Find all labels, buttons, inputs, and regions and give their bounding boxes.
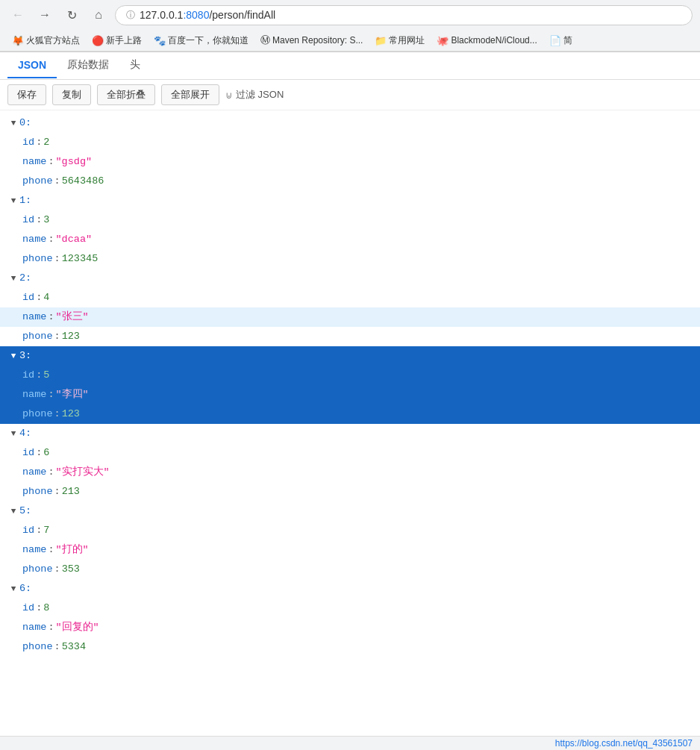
bookmark-label: 火狐官方站点 (26, 34, 80, 47)
json-value-name: "打的" (56, 542, 89, 559)
expand-all-button[interactable]: 全部展开 (161, 84, 219, 105)
json-phone-row: phone: 123345 (0, 249, 700, 269)
json-index-row[interactable]: ▼ 4: (0, 424, 700, 443)
bookmark-icon: 🔴 (92, 35, 104, 46)
json-key-name: name (22, 464, 46, 481)
json-id-row: id: 2 (0, 133, 700, 152)
json-key-name: name (22, 154, 46, 171)
browser-toolbar: ← → ↻ ⌂ ⓘ 127.0.0.1:8080/person/findAll (0, 0, 700, 30)
json-index: 3: (19, 348, 31, 365)
json-name-row: name: "张三" (0, 307, 700, 327)
bookmark-label: 常用网址 (389, 34, 425, 47)
bookmark-item[interactable]: 🔴新手上路 (87, 33, 146, 49)
json-value-phone: 5643486 (62, 173, 104, 190)
back-button[interactable]: ← (7, 4, 28, 25)
json-key-phone: phone (22, 251, 53, 268)
bookmark-label: 新手上路 (106, 34, 142, 47)
bookmark-item[interactable]: 📄简 (545, 33, 577, 49)
json-tab-JSON[interactable]: JSON (7, 53, 57, 78)
json-index-row[interactable]: ▼ 6: (0, 579, 700, 599)
json-value-id: 5 (43, 367, 49, 384)
json-value-id: 4 (43, 290, 49, 307)
url-path: /person/findAll (209, 9, 275, 21)
json-id-row: id: 4 (0, 288, 700, 307)
json-phone-row: phone: 5643486 (0, 172, 700, 191)
refresh-button[interactable]: ↻ (61, 4, 82, 25)
home-button[interactable]: ⌂ (88, 4, 109, 25)
json-value-phone: 123 (62, 406, 80, 423)
bookmark-icon: 🐙 (437, 35, 449, 46)
expand-icon[interactable]: ▼ (7, 350, 19, 362)
json-value-phone: 353 (62, 561, 80, 578)
json-key-id: id (22, 445, 34, 462)
bookmark-icon: 📄 (549, 35, 561, 46)
filter-area: ⊍ 过滤 JSON (225, 88, 284, 101)
json-key-phone: phone (22, 328, 53, 346)
bookmark-item[interactable]: 🐾百度一下，你就知道 (149, 33, 253, 49)
url-port: :8080 (183, 9, 209, 21)
json-id-row: id: 8 (0, 599, 700, 618)
json-key-name: name (22, 542, 46, 559)
expand-icon[interactable]: ▼ (7, 583, 19, 595)
copy-button[interactable]: 复制 (52, 84, 91, 105)
json-value-phone: 123 (62, 328, 80, 346)
json-id-row: id: 5 (0, 366, 700, 385)
json-index-row[interactable]: ▼ 1: (0, 191, 700, 210)
json-index: 4: (19, 425, 31, 443)
address-bar[interactable]: ⓘ 127.0.0.1:8080/person/findAll (115, 5, 693, 25)
json-value-name: "gsdg" (56, 154, 93, 171)
json-phone-row: phone: 5334 (0, 637, 700, 657)
json-phone-row: phone: 213 (0, 482, 700, 501)
json-name-row: name: "gsdg" (0, 152, 700, 172)
expand-icon[interactable]: ▼ (7, 272, 19, 284)
json-index: 0: (19, 115, 31, 132)
expand-icon[interactable]: ▼ (7, 428, 19, 440)
expand-icon[interactable]: ▼ (7, 117, 19, 129)
json-value-name: "实打实大" (56, 464, 110, 481)
json-toolbar: 保存 复制 全部折叠 全部展开 ⊍ 过滤 JSON (0, 80, 700, 110)
json-value-id: 7 (43, 522, 49, 540)
bookmark-item[interactable]: 🐙BlackmodeN/iCloud... (432, 34, 541, 48)
json-value-name: "张三" (56, 309, 89, 326)
json-index-row[interactable]: ▼ 3: (0, 346, 700, 366)
forward-button[interactable]: → (34, 4, 55, 25)
json-tab-头[interactable]: 头 (119, 52, 151, 79)
collapse-all-button[interactable]: 全部折叠 (97, 84, 155, 105)
json-content: ▼ 0: id: 2 name: "gsdg" phone: 5643486 ▼… (0, 110, 700, 660)
bookmarks-bar: 🦊火狐官方站点🔴新手上路🐾百度一下，你就知道ⓂMaven Repository:… (0, 30, 700, 51)
json-value-name: "dcaa" (56, 231, 93, 249)
json-name-row: name: "回复的" (0, 618, 700, 637)
json-name-row: name: "李四" (0, 385, 700, 404)
json-key-id: id (22, 367, 34, 384)
json-value-id: 3 (43, 212, 49, 229)
json-phone-row: phone: 123 (0, 327, 700, 346)
json-index-row[interactable]: ▼ 2: (0, 269, 700, 288)
json-key-name: name (22, 387, 46, 404)
save-button[interactable]: 保存 (7, 84, 46, 105)
json-key-name: name (22, 309, 46, 326)
json-tab-原始数据[interactable]: 原始数据 (57, 52, 119, 79)
json-index: 6: (19, 581, 31, 598)
json-key-name: name (22, 619, 46, 637)
json-index-row[interactable]: ▼ 0: (0, 113, 700, 133)
json-index: 2: (19, 270, 31, 287)
json-value-phone: 123345 (62, 251, 99, 268)
url-host: 127.0.0.1 (140, 9, 183, 21)
bookmark-label: 百度一下，你就知道 (168, 34, 249, 47)
json-value-id: 2 (43, 134, 49, 151)
json-index-row[interactable]: ▼ 5: (0, 501, 700, 521)
json-name-row: name: "打的" (0, 540, 700, 560)
bookmark-icon: 🐾 (154, 35, 166, 46)
json-id-row: id: 6 (0, 443, 700, 463)
json-key-id: id (22, 134, 34, 151)
json-key-id: id (22, 600, 34, 617)
bookmark-item[interactable]: 📁常用网址 (370, 33, 429, 49)
expand-icon[interactable]: ▼ (7, 505, 19, 517)
bookmark-item[interactable]: 🦊火狐官方站点 (7, 33, 84, 49)
expand-icon[interactable]: ▼ (7, 195, 19, 207)
bookmark-item[interactable]: ⓂMaven Repository: S... (256, 32, 367, 49)
json-key-id: id (22, 212, 34, 229)
json-value-name: "李四" (56, 387, 89, 404)
browser-chrome: ← → ↻ ⌂ ⓘ 127.0.0.1:8080/person/findAll … (0, 0, 700, 52)
json-name-row: name: "实打实大" (0, 463, 700, 482)
